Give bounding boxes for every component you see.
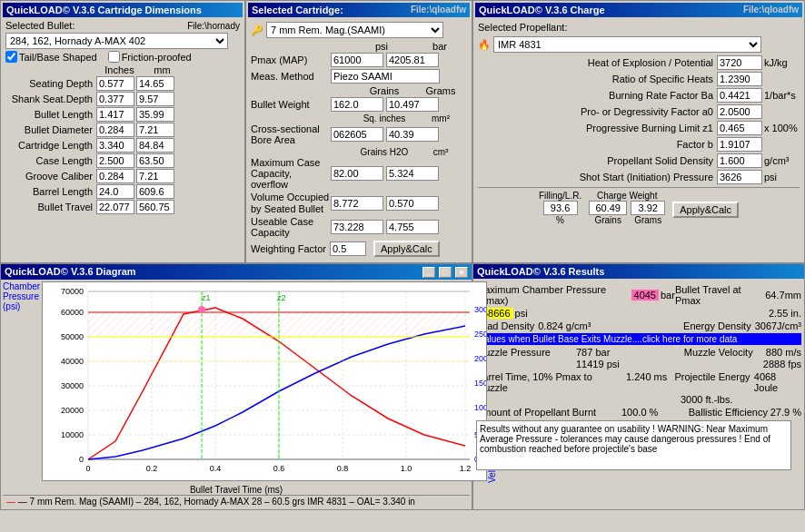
dim-inches-input[interactable] bbox=[96, 200, 134, 214]
results-panel: QuickLOAD© V.3.6 Results Maximum Chamber… bbox=[472, 263, 805, 510]
charge-row-unit: x 100% bbox=[764, 123, 800, 133]
charge-weight-block: Charge Weight Grains Grams bbox=[589, 191, 665, 225]
charge-row-label: Pro- or Degressivity Factor a0 bbox=[477, 106, 717, 117]
bullet-grains-input[interactable] bbox=[331, 97, 383, 112]
muzzle-velocity-label: Muzzle Velocity bbox=[684, 347, 766, 358]
dim-mm-input[interactable] bbox=[136, 107, 174, 122]
dim-mm-input[interactable] bbox=[136, 184, 174, 199]
warning-text[interactable]: Results without any guarantee on usabili… bbox=[476, 420, 801, 470]
use-cm3-input[interactable] bbox=[386, 220, 439, 234]
dim-inches-input[interactable] bbox=[96, 123, 134, 137]
grains-unit: Grains bbox=[589, 215, 627, 225]
diagram-win-btns: _ □ × bbox=[422, 266, 468, 278]
charge-row-input[interactable] bbox=[717, 153, 762, 168]
right-panel-title: QuickLOAD© V.3.6 Charge File:\qloadfw bbox=[475, 3, 802, 17]
svg-text:0.6: 0.6 bbox=[273, 464, 285, 473]
max-cm3-input[interactable] bbox=[386, 166, 439, 181]
propellant-combo[interactable]: IMR 4831 bbox=[493, 36, 761, 53]
diagram-chart: 0 10000 20000 30000 40000 50000 60000 70… bbox=[42, 281, 487, 481]
warning-area: Results without any guarantee on usabili… bbox=[476, 420, 801, 470]
max-case-row: Maximum Case Capacity, overflow bbox=[251, 157, 467, 190]
cross-sqin-input[interactable] bbox=[331, 127, 383, 142]
charge-row-label: Progressive Burning Limit z1 bbox=[477, 123, 717, 133]
cross-mm2-input[interactable] bbox=[386, 127, 439, 142]
table-row: Seating Depth bbox=[3, 76, 243, 91]
dim-mm-input[interactable] bbox=[136, 200, 174, 214]
col-cm3: cm³ bbox=[414, 147, 467, 157]
vol-val-input[interactable] bbox=[331, 196, 383, 211]
diagram-subtitle: Chamber Pressure bbox=[3, 281, 40, 301]
max-case-label: Maximum Case Capacity, overflow bbox=[251, 157, 331, 190]
charge-row-input[interactable] bbox=[717, 104, 762, 119]
meas-method-row: Meas. Method bbox=[251, 69, 467, 84]
muzzle-info-link[interactable]: Values when Bullet Base Exits Muzzle....… bbox=[476, 333, 801, 345]
meas-value-input[interactable] bbox=[331, 69, 440, 84]
close-btn[interactable]: × bbox=[455, 267, 468, 278]
charge-row-input[interactable] bbox=[717, 88, 762, 103]
warning-scrollbar[interactable] bbox=[790, 420, 801, 470]
dim-label: Barrel Length bbox=[5, 186, 96, 197]
frictionproofed-label: Friction-proofed bbox=[122, 52, 192, 63]
svg-text:0: 0 bbox=[86, 464, 91, 473]
vol-cm3-input[interactable] bbox=[386, 196, 439, 211]
dim-inches-input[interactable] bbox=[96, 76, 134, 91]
dim-mm-input[interactable] bbox=[136, 138, 174, 153]
mid-apply-calc-button[interactable]: Apply&Calc bbox=[373, 241, 440, 257]
bullet-file-label: File:\hornady bbox=[187, 21, 240, 31]
load-energy-row: Load Density 0.824 g/cm³ Energy Density … bbox=[476, 320, 801, 331]
list-item: Propellant Solid Density g/cm³ bbox=[475, 153, 802, 168]
grams-input[interactable] bbox=[631, 201, 665, 215]
dim-inches-input[interactable] bbox=[96, 153, 134, 168]
max-grains-input[interactable] bbox=[331, 166, 383, 181]
grains-input[interactable] bbox=[589, 201, 627, 215]
charge-row-input[interactable] bbox=[717, 72, 762, 86]
dim-mm-input[interactable] bbox=[136, 153, 174, 168]
dim-mm-input[interactable] bbox=[136, 123, 174, 137]
dim-mm-input[interactable] bbox=[136, 169, 174, 183]
frictionproofed-checkbox[interactable] bbox=[108, 51, 120, 63]
col-sqinches: Sq. inches bbox=[358, 113, 411, 123]
fill-pct-input[interactable] bbox=[543, 201, 578, 215]
minimize-btn[interactable]: _ bbox=[422, 267, 435, 278]
col-bar: bar bbox=[412, 41, 467, 52]
bullet-travel-mm: 64.7mm bbox=[765, 290, 801, 300]
use-grains-input[interactable] bbox=[331, 220, 383, 234]
svg-text:0.2: 0.2 bbox=[146, 464, 158, 473]
dim-mm-input[interactable] bbox=[136, 92, 174, 106]
charge-row-input[interactable] bbox=[717, 137, 762, 152]
prop-burnt-val: 100.0 % bbox=[621, 407, 671, 418]
charge-panel: QuickLOAD© V.3.6 Charge File:\qloadfw Se… bbox=[472, 0, 805, 263]
col-grainsH2O: Grains H2O bbox=[358, 147, 411, 157]
cartridge-combo[interactable]: 7 mm Rem. Mag.(SAAMI) bbox=[266, 22, 443, 38]
tailbase-checkbox[interactable] bbox=[5, 51, 17, 63]
results-panel-title: QuickLOAD© V.3.6 Results bbox=[473, 264, 804, 279]
bullet-grams-input[interactable] bbox=[386, 97, 439, 112]
dim-inches-input[interactable] bbox=[96, 169, 134, 183]
charge-row-input[interactable] bbox=[717, 55, 762, 70]
weighting-input[interactable] bbox=[330, 241, 366, 256]
charge-row-input[interactable] bbox=[717, 121, 762, 135]
charge-row-input[interactable] bbox=[717, 170, 762, 184]
list-item: Pro- or Degressivity Factor a0 bbox=[475, 104, 802, 119]
bullet-travel-in: 2.55 in. bbox=[769, 308, 801, 319]
bullet-combo[interactable]: 284, 162, Hornady A-MAX 402 bbox=[5, 33, 228, 49]
propellant-icon: 🔥 bbox=[478, 39, 491, 51]
col-mm2: mm² bbox=[414, 113, 467, 123]
dim-mm-input[interactable] bbox=[136, 76, 174, 91]
tailbase-label: Tail/Base Shaped bbox=[19, 52, 97, 63]
maximize-btn[interactable]: □ bbox=[439, 267, 452, 278]
svg-text:2500: 2500 bbox=[474, 330, 487, 339]
dim-inches-input[interactable] bbox=[96, 107, 134, 122]
svg-text:z1: z1 bbox=[202, 293, 211, 302]
pmax-row: Pmax (MAP) bbox=[251, 53, 467, 67]
cartridge-icon: 🔑 bbox=[251, 25, 263, 36]
pmax-psi-input[interactable] bbox=[331, 53, 383, 67]
right-apply-calc-button[interactable]: Apply&Calc bbox=[672, 202, 739, 218]
proj-ftlbs-row: 3000 ft.-lbs. bbox=[476, 394, 801, 405]
x-axis-label: Bullet Travel Time (ms) bbox=[3, 485, 470, 495]
dim-inches-input[interactable] bbox=[96, 138, 134, 153]
dim-inches-input[interactable] bbox=[96, 184, 134, 199]
pmax-bar-input[interactable] bbox=[386, 53, 439, 67]
cartridge-dimensions-panel: QuickLOAD© V.3.6 Cartridge Dimensions Se… bbox=[0, 0, 245, 263]
dim-inches-input[interactable] bbox=[96, 92, 134, 106]
